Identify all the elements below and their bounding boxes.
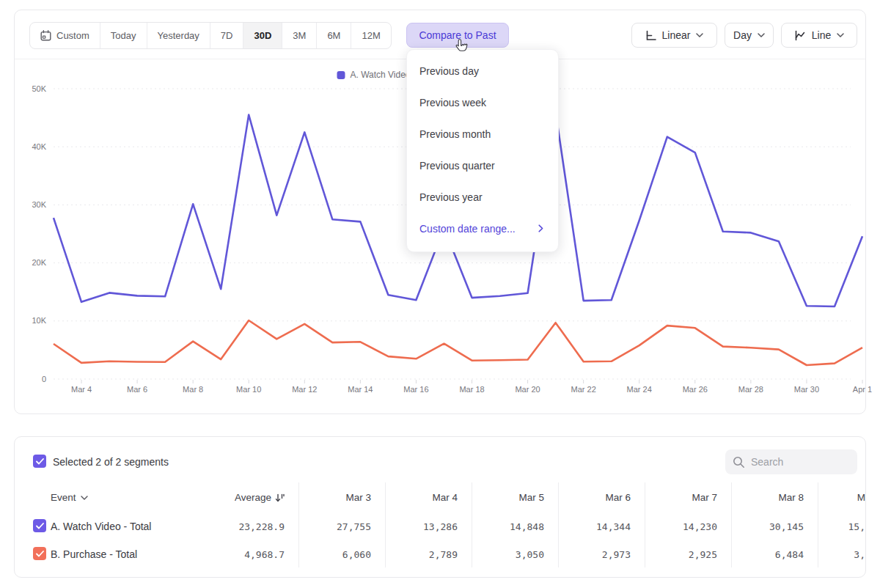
table-cell: 13,286 bbox=[377, 521, 458, 532]
table-cell: 4,968.7 bbox=[204, 549, 285, 560]
x-axis-tick-label: Mar 20 bbox=[505, 385, 551, 394]
x-axis-tick-label: Mar 10 bbox=[225, 385, 272, 394]
event-header-label: Event bbox=[51, 492, 76, 503]
column-header-mar-5[interactable]: Mar 5 bbox=[463, 492, 544, 503]
x-axis-tick-label: Mar 4 bbox=[58, 385, 105, 394]
segments-table-card: Selected 2 of 2 segments Event AverageMa… bbox=[14, 436, 866, 578]
menu-item-custom-date-range[interactable]: Custom date range... bbox=[407, 213, 558, 244]
series-line-b-purchase-total bbox=[54, 320, 862, 365]
x-axis-tick-label: Mar 24 bbox=[616, 385, 663, 394]
menu-item-previous-day[interactable]: Previous day bbox=[407, 55, 558, 87]
column-header-mar-3[interactable]: Mar 3 bbox=[290, 492, 371, 503]
row-label-b-purchase-total: B. Purchase - Total bbox=[51, 548, 137, 560]
row-checkbox-a-watch-video-total[interactable] bbox=[33, 519, 46, 532]
column-header-mar-6[interactable]: Mar 6 bbox=[550, 492, 631, 503]
menu-item-previous-week[interactable]: Previous week bbox=[407, 87, 558, 118]
y-axis-tick-label: 40K bbox=[15, 142, 46, 151]
y-axis-tick-label: 30K bbox=[15, 200, 46, 209]
checkmark-icon bbox=[36, 523, 44, 529]
x-axis-tick-label: Mar 30 bbox=[783, 385, 830, 394]
column-header-mar-7[interactable]: Mar 7 bbox=[637, 492, 717, 503]
table-cell: 2,973 bbox=[550, 549, 631, 560]
table-cell: 14,848 bbox=[463, 521, 544, 532]
y-axis-tick-label: 10K bbox=[15, 316, 46, 325]
x-axis-tick-label: Mar 6 bbox=[114, 385, 161, 394]
table-cell: 2,789 bbox=[377, 549, 458, 560]
table-cell: 15, bbox=[785, 521, 865, 532]
chevron-right-icon bbox=[538, 224, 543, 232]
column-header-average[interactable]: Average bbox=[204, 492, 285, 504]
table-cell: 6,060 bbox=[290, 549, 371, 560]
x-axis-tick-label: Mar 14 bbox=[337, 385, 384, 394]
event-column-header[interactable]: Event bbox=[51, 492, 88, 503]
legend-swatch bbox=[337, 71, 345, 79]
compare-to-past-menu: Previous dayPrevious weekPrevious monthP… bbox=[406, 49, 559, 252]
x-axis-tick-label: Mar 26 bbox=[672, 385, 719, 394]
custom-date-range-label: Custom date range... bbox=[419, 223, 516, 235]
checkmark-icon bbox=[36, 551, 44, 557]
x-axis-tick-label: Mar 8 bbox=[169, 385, 216, 394]
table-cell: 3,050 bbox=[463, 549, 544, 560]
search-box[interactable] bbox=[725, 449, 857, 474]
table-cell: 14,344 bbox=[550, 521, 631, 532]
sort-descending-icon bbox=[275, 493, 285, 504]
table-cell: 23,228.9 bbox=[204, 521, 285, 532]
row-checkbox-b-purchase-total[interactable] bbox=[33, 547, 46, 560]
x-axis-tick-label: Apr 1 bbox=[839, 385, 880, 394]
x-axis-tick-label: Mar 22 bbox=[560, 385, 607, 394]
y-axis-tick-label: 0 bbox=[15, 375, 46, 383]
menu-item-previous-year[interactable]: Previous year bbox=[407, 181, 558, 213]
menu-item-previous-quarter[interactable]: Previous quarter bbox=[407, 150, 558, 181]
y-axis-tick-label: 50K bbox=[15, 84, 46, 93]
menu-item-previous-month[interactable]: Previous month bbox=[407, 118, 558, 150]
chevron-down-icon bbox=[81, 496, 88, 500]
column-header-m[interactable]: M bbox=[785, 492, 865, 503]
selected-segments-label: Selected 2 of 2 segments bbox=[53, 456, 169, 468]
checkmark-icon bbox=[36, 458, 44, 465]
search-input[interactable] bbox=[751, 456, 846, 468]
search-icon bbox=[733, 456, 745, 468]
table-cell: 3, bbox=[785, 549, 865, 560]
row-label-a-watch-video-total: A. Watch Video - Total bbox=[51, 521, 151, 532]
select-all-checkbox[interactable] bbox=[33, 455, 46, 468]
x-axis-tick-label: Mar 28 bbox=[727, 385, 774, 394]
column-header-mar-4[interactable]: Mar 4 bbox=[377, 492, 458, 503]
table-cell: 2,925 bbox=[637, 549, 717, 560]
x-axis-tick-label: Mar 18 bbox=[449, 385, 496, 394]
table-cell: 27,755 bbox=[290, 521, 371, 532]
x-axis-tick-label: Mar 12 bbox=[281, 385, 328, 394]
y-axis-tick-label: 20K bbox=[15, 258, 46, 267]
x-axis-tick-label: Mar 16 bbox=[392, 385, 439, 394]
table-cell: 14,230 bbox=[637, 521, 717, 532]
chart-card: CustomTodayYesterday7D30D3M6M12M Compare… bbox=[14, 10, 866, 414]
